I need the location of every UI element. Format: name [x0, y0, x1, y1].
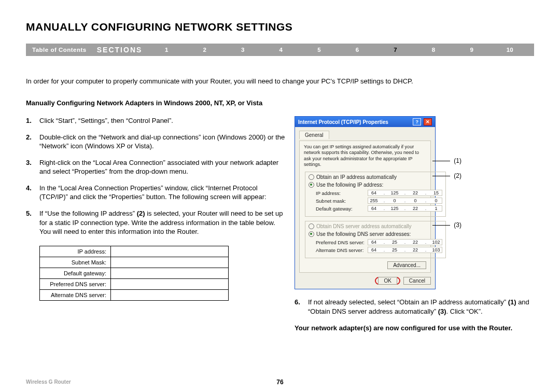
page-footer: Wireless G Router 76: [26, 379, 534, 385]
product-name: Wireless G Router: [26, 379, 71, 385]
dialog-description: You can get IP settings assigned automat…: [304, 144, 426, 167]
ok-highlight: OK: [375, 277, 400, 285]
help-icon[interactable]: ?: [413, 118, 421, 125]
section-6[interactable]: 6: [338, 47, 376, 53]
section-9[interactable]: 9: [453, 47, 491, 53]
ip-address-field[interactable]: 64.125.22.15: [368, 190, 442, 196]
section-2[interactable]: 2: [186, 47, 224, 53]
section-7[interactable]: 7: [376, 47, 415, 53]
toc-link[interactable]: Table of Contents: [31, 47, 97, 53]
dns-group: Obtain DNS server address automatically …: [305, 221, 446, 258]
callout-2: (2): [454, 172, 461, 179]
intro-text: In order for your computer to properly c…: [26, 77, 534, 86]
step-2: 2.Double-click on the “Network and dial-…: [26, 133, 285, 151]
advanced-button[interactable]: Advanced...: [387, 261, 426, 269]
radio-use-ip[interactable]: [309, 182, 314, 188]
section-8[interactable]: 8: [414, 47, 453, 53]
callout-3: (3): [454, 221, 461, 229]
radio-use-dns[interactable]: [309, 231, 314, 237]
section-10[interactable]: 10: [491, 47, 529, 53]
blank-ip-table: IP address: Subnet Mask: Default gateway…: [39, 246, 229, 301]
dialog-titlebar: Internet Protocol (TCP/IP) Properties ? …: [295, 117, 435, 127]
alternate-dns-field[interactable]: 64.25.22.103: [368, 247, 442, 253]
ok-button[interactable]: OK: [378, 277, 397, 285]
cancel-button[interactable]: Cancel: [403, 277, 431, 285]
gateway-field[interactable]: 64.125.22.1: [368, 205, 442, 212]
step-3: 3.Right-click on the “Local Area Connect…: [26, 158, 285, 176]
step-6: 6. If not already selected, select “Obta…: [295, 298, 534, 316]
ip-group: Obtain an IP address automatically Use t…: [305, 172, 446, 217]
section-1[interactable]: 1: [147, 47, 186, 53]
tcpip-dialog: Internet Protocol (TCP/IP) Properties ? …: [295, 116, 436, 289]
preferred-dns-field[interactable]: 64.25.22.102: [368, 239, 442, 245]
section-5[interactable]: 5: [300, 47, 339, 53]
subnet-field[interactable]: 255.0.0.0: [368, 198, 442, 204]
dialog-title: Internet Protocol (TCP/IP) Properties: [298, 119, 388, 125]
section-4[interactable]: 4: [262, 47, 300, 53]
sections-label: SECTIONS: [97, 46, 148, 54]
step-5: 5. If “Use the following IP address” (2)…: [26, 209, 285, 236]
step-1: 1.Click “Start”, “Settings”, then “Contr…: [26, 116, 285, 125]
radio-auto-ip[interactable]: [309, 174, 314, 180]
sections-nav: Table of Contents SECTIONS 1 2 3 4 5 6 7…: [26, 44, 534, 56]
close-icon[interactable]: ✕: [424, 118, 432, 125]
tcpip-dialog-figure: Internet Protocol (TCP/IP) Properties ? …: [295, 116, 534, 289]
section-3[interactable]: 3: [223, 47, 262, 53]
configured-note: Your network adapter(s) are now configur…: [295, 324, 534, 332]
page-number: 76: [276, 379, 283, 386]
tab-general[interactable]: General: [299, 131, 329, 139]
step-4: 4.In the “Local Area Connection Properti…: [26, 184, 285, 202]
callout-1: (1): [454, 157, 461, 164]
page-title: MANUALLY CONFIGURING NETWORK SETTINGS: [26, 21, 534, 33]
sub-heading: Manually Configuring Network Adapters in…: [26, 99, 534, 107]
radio-auto-dns: [309, 223, 314, 229]
